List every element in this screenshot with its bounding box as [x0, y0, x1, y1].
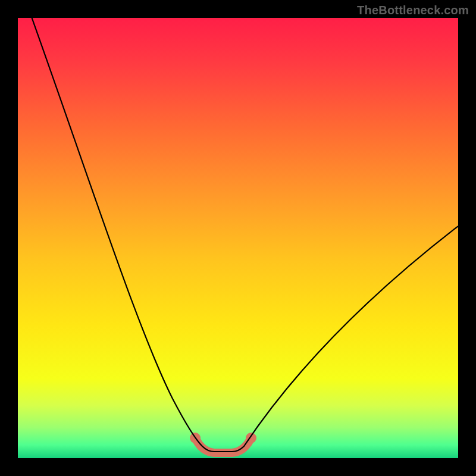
bottleneck-curve — [30, 18, 458, 452]
chart-overlay — [18, 18, 458, 458]
plot-area — [18, 18, 458, 458]
highlight-marker — [195, 438, 251, 453]
chart-frame: TheBottleneck.com — [0, 0, 476, 476]
watermark-text: TheBottleneck.com — [357, 4, 469, 17]
